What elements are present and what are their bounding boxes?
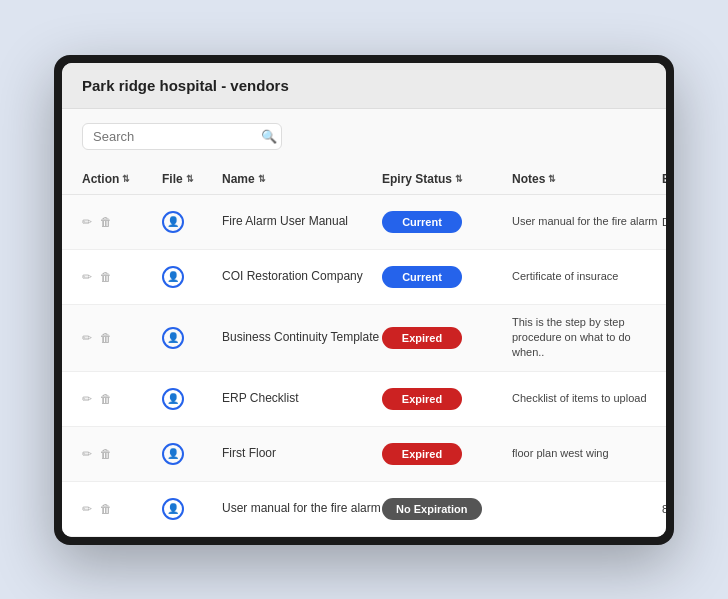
file-cell: [162, 327, 222, 349]
buildings-cell: Downtown Hospi...: [662, 216, 666, 228]
table-row: ✏ 🗑 User manual for the fire alarm No Ex…: [62, 482, 666, 537]
notes-cell: floor plan west wing: [512, 446, 662, 461]
action-cell: ✏ 🗑: [82, 215, 162, 229]
status-cell: Expired: [382, 388, 512, 410]
status-badge: Expired: [382, 443, 462, 465]
name-cell: COI Restoration Company: [222, 268, 382, 285]
title-bar: Park ridge hospital - vendors: [62, 63, 666, 109]
file-person-icon[interactable]: [162, 498, 184, 520]
notes-cell: Checklist of items to upload: [512, 391, 662, 406]
sort-file-icon[interactable]: ⇅: [186, 174, 194, 184]
name-cell: Business Continuity Template: [222, 329, 382, 346]
notes-cell: User manual for the fire alarm: [512, 214, 662, 229]
table-header: Action ⇅ File ⇅ Name ⇅ Epiry Status ⇅: [62, 164, 666, 195]
edit-icon[interactable]: ✏: [82, 215, 92, 229]
status-cell: Expired: [382, 327, 512, 349]
table-row: ✏ 🗑 COI Restoration Company Current Cert…: [62, 250, 666, 305]
name-cell: ERP Checklist: [222, 390, 382, 407]
name-cell: User manual for the fire alarm: [222, 500, 382, 517]
table-row: ✏ 🗑 ERP Checklist Expired Checklist of i…: [62, 372, 666, 427]
action-cell: ✏ 🗑: [82, 447, 162, 461]
delete-icon[interactable]: 🗑: [100, 331, 112, 345]
search-input[interactable]: [93, 129, 261, 144]
notes-cell: Certificate of insurace: [512, 269, 662, 284]
file-person-icon[interactable]: [162, 443, 184, 465]
file-cell: [162, 388, 222, 410]
file-cell: [162, 498, 222, 520]
action-cell: ✏ 🗑: [82, 331, 162, 345]
device-frame: Park ridge hospital - vendors 🔍 Action ⇅…: [54, 55, 674, 545]
edit-icon[interactable]: ✏: [82, 392, 92, 406]
file-person-icon[interactable]: [162, 327, 184, 349]
sort-notes-icon[interactable]: ⇅: [548, 174, 556, 184]
status-badge: Current: [382, 211, 462, 233]
col-action: Action ⇅: [82, 172, 162, 186]
file-cell: [162, 266, 222, 288]
delete-icon[interactable]: 🗑: [100, 502, 112, 516]
content-area: 🔍 Action ⇅ File ⇅ Name ⇅: [62, 109, 666, 537]
status-badge: No Expiration: [382, 498, 482, 520]
data-table: Action ⇅ File ⇅ Name ⇅ Epiry Status ⇅: [62, 164, 666, 537]
delete-icon[interactable]: 🗑: [100, 215, 112, 229]
name-cell: Fire Alarm User Manual: [222, 213, 382, 230]
file-cell: [162, 211, 222, 233]
col-file: File ⇅: [162, 172, 222, 186]
status-cell: No Expiration: [382, 498, 512, 520]
table-row: ✏ 🗑 Business Continuity Template Expired…: [62, 305, 666, 372]
edit-icon[interactable]: ✏: [82, 447, 92, 461]
status-badge: Expired: [382, 327, 462, 349]
sort-action-icon[interactable]: ⇅: [122, 174, 130, 184]
sort-name-icon[interactable]: ⇅: [258, 174, 266, 184]
notes-cell: This is the step by step procedure on wh…: [512, 315, 662, 361]
name-cell: First Floor: [222, 445, 382, 462]
sort-expiry-icon[interactable]: ⇅: [455, 174, 463, 184]
file-person-icon[interactable]: [162, 211, 184, 233]
table-row: ✏ 🗑 Fire Alarm User Manual Current User …: [62, 195, 666, 250]
table-row: ✏ 🗑 First Floor Expired floor plan west …: [62, 427, 666, 482]
screen: Park ridge hospital - vendors 🔍 Action ⇅…: [62, 63, 666, 537]
status-cell: Expired: [382, 443, 512, 465]
col-notes: Notes ⇅: [512, 172, 662, 186]
delete-icon[interactable]: 🗑: [100, 270, 112, 284]
search-icon: 🔍: [261, 129, 277, 144]
col-name: Name ⇅: [222, 172, 382, 186]
file-person-icon[interactable]: [162, 266, 184, 288]
buildings-cell: 894-941-5346: [662, 503, 666, 515]
file-person-icon[interactable]: [162, 388, 184, 410]
delete-icon[interactable]: 🗑: [100, 447, 112, 461]
file-cell: [162, 443, 222, 465]
action-cell: ✏ 🗑: [82, 502, 162, 516]
edit-icon[interactable]: ✏: [82, 270, 92, 284]
col-expiry: Epiry Status ⇅: [382, 172, 512, 186]
edit-icon[interactable]: ✏: [82, 502, 92, 516]
search-input-wrap[interactable]: 🔍: [82, 123, 282, 150]
action-cell: ✏ 🗑: [82, 392, 162, 406]
status-badge: Current: [382, 266, 462, 288]
status-cell: Current: [382, 211, 512, 233]
delete-icon[interactable]: 🗑: [100, 392, 112, 406]
action-cell: ✏ 🗑: [82, 270, 162, 284]
search-bar: 🔍: [62, 109, 666, 164]
col-buildings: Buildings ⇅: [662, 172, 666, 186]
status-cell: Current: [382, 266, 512, 288]
status-badge: Expired: [382, 388, 462, 410]
edit-icon[interactable]: ✏: [82, 331, 92, 345]
page-title: Park ridge hospital - vendors: [82, 77, 646, 94]
